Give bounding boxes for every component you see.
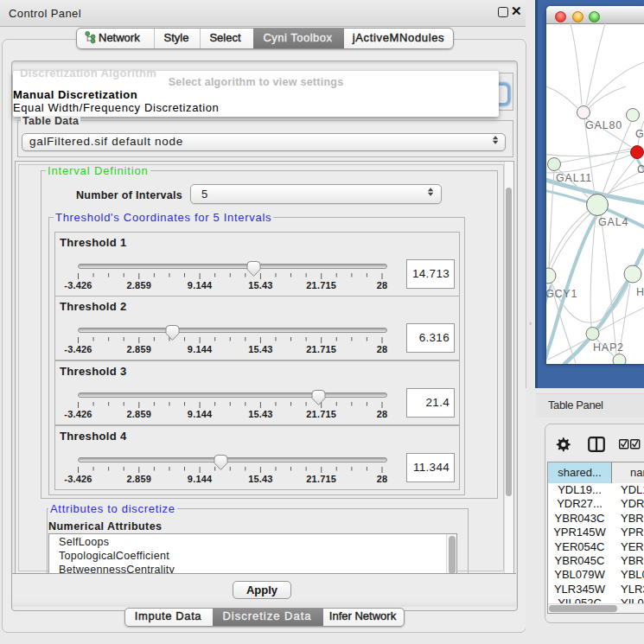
- svg-text:GA: GA: [635, 128, 644, 140]
- svg-text:GAL80: GAL80: [585, 119, 622, 131]
- svg-text:GCY1: GCY1: [546, 288, 577, 300]
- svg-text:HAP2: HAP2: [593, 341, 624, 354]
- svg-text:GAL4: GAL4: [598, 216, 628, 228]
- svg-text:GAL11: GAL11: [556, 172, 592, 184]
- svg-text:C: C: [637, 163, 644, 175]
- svg-text:H: H: [636, 286, 644, 298]
